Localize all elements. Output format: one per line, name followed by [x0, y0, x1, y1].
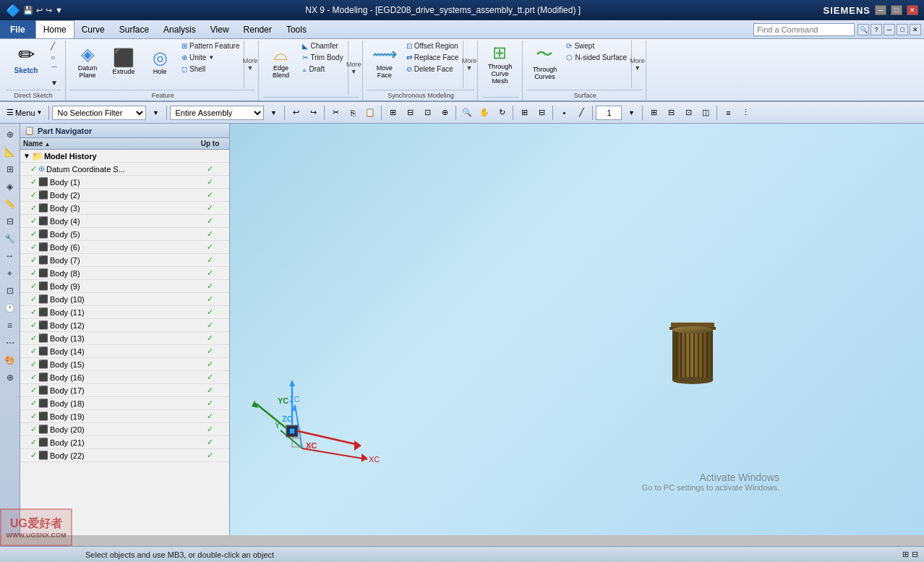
surface-more-button[interactable]: More ▼	[631, 41, 643, 88]
quick-access-undo[interactable]: ↩	[36, 6, 43, 15]
pn-row-10[interactable]: ✓ ⬛ Body (9) ✓	[20, 280, 229, 293]
layer-btn[interactable]: ≡	[720, 105, 736, 121]
zoom-btn[interactable]: 🔍	[459, 105, 475, 121]
pn-row-16[interactable]: ✓ ⬛ Body (15) ✓	[20, 358, 229, 371]
pn-row-17[interactable]: ✓ ⬛ Body (16) ✓	[20, 371, 229, 384]
n-sided-surface-button[interactable]: ⬡ N-sided Surface	[563, 52, 630, 63]
pn-row-14[interactable]: ✓ ⬛ Body (13) ✓	[20, 332, 229, 345]
pn-row-12[interactable]: ✓ ⬛ Body (11) ✓	[20, 306, 229, 319]
offset-region-button[interactable]: ⊡ Offset Region	[403, 41, 462, 51]
menu-file[interactable]: File	[0, 20, 35, 38]
sidebar-icon-11[interactable]: 🕐	[2, 300, 18, 316]
min-icon[interactable]: ─	[884, 24, 895, 35]
sidebar-icon-10[interactable]: ⊡	[2, 283, 18, 299]
pn-row-7[interactable]: ✓ ⬛ Body (6) ✓	[20, 241, 229, 254]
undo-btn[interactable]: ↩	[288, 105, 304, 121]
sidebar-icon-7[interactable]: 🔧	[2, 231, 18, 247]
quick-access-redo[interactable]: ↪	[46, 6, 52, 15]
unite-button[interactable]: ⊕ Unite ▼	[179, 52, 242, 63]
filter-dropdown-btn[interactable]: ▼	[147, 105, 163, 121]
replace-face-button[interactable]: ⇄ Replace Face	[403, 52, 462, 63]
hole-button[interactable]: ◎ Hole	[142, 41, 177, 82]
pn-row-8[interactable]: ✓ ⬛ Body (7) ✓	[20, 254, 229, 267]
close-icon[interactable]: ✕	[910, 24, 921, 35]
selection-filter-select[interactable]: No Selection Filter	[52, 106, 146, 120]
sidebar-icon-9[interactable]: ⌖	[2, 265, 18, 281]
quick-access-more[interactable]: ▼	[55, 6, 63, 14]
pn-row-15[interactable]: ✓ ⬛ Body (14) ✓	[20, 345, 229, 358]
sketch-arc-btn[interactable]: ⌒	[48, 64, 61, 77]
sketch-more-btn[interactable]: ▼	[48, 77, 61, 88]
max-icon[interactable]: □	[897, 24, 908, 35]
sidebar-icon-12[interactable]: ≡	[2, 318, 18, 333]
sidebar-icon-14[interactable]: 🎨	[2, 352, 18, 368]
close-button[interactable]: ✕	[907, 5, 918, 15]
help-icon[interactable]: ?	[870, 24, 882, 35]
pn-row-23[interactable]: ✓ ⬛ Body (22) ✓	[20, 449, 229, 462]
cut-btn[interactable]: ✂	[328, 105, 343, 121]
menu-toolbar-btn[interactable]: ☰ Menu ▼	[3, 105, 46, 121]
pn-row-13[interactable]: ✓ ⬛ Body (12) ✓	[20, 319, 229, 332]
pn-expand-icon[interactable]: ▼	[23, 152, 30, 160]
number-dropdown[interactable]: ▼	[623, 105, 639, 121]
pan-btn[interactable]: ✋	[476, 105, 492, 121]
extrude-button[interactable]: ⬛ Extrude	[106, 41, 141, 82]
assembly-dropdown-btn[interactable]: ▼	[265, 105, 281, 121]
pn-row-5[interactable]: ✓ ⬛ Body (4) ✓	[20, 215, 229, 228]
sidebar-icon-1[interactable]: ⊕	[2, 127, 18, 142]
menu-surface[interactable]: Surface	[112, 20, 156, 38]
fit-btn[interactable]: ⊞	[516, 105, 532, 121]
sidebar-icon-8[interactable]: ↔	[2, 248, 18, 264]
paste-btn[interactable]: 📋	[362, 105, 378, 121]
sidebar-icon-3[interactable]: ⊞	[2, 161, 18, 177]
snap-layer-btn[interactable]: ⋮	[737, 105, 753, 121]
deselect-btn[interactable]: ⊟	[402, 105, 418, 121]
line-btn[interactable]: ╱	[573, 105, 589, 121]
find-command-input[interactable]	[753, 23, 855, 36]
menu-render[interactable]: Render	[236, 20, 279, 38]
pn-row-19[interactable]: ✓ ⬛ Body (18) ✓	[20, 397, 229, 410]
point-btn[interactable]: •	[556, 105, 572, 121]
pn-row-9[interactable]: ✓ ⬛ Body (8) ✓	[20, 267, 229, 280]
pn-row-20[interactable]: ✓ ⬛ Body (19) ✓	[20, 410, 229, 423]
snap-btn[interactable]: ⊕	[437, 105, 453, 121]
pn-row-2[interactable]: ✓ ⬛ Body (1) ✓	[20, 176, 229, 189]
pn-row-1[interactable]: ✓ ⊕ Datum Coordinate S... ✓	[20, 163, 229, 176]
statusbar-icon-1[interactable]: ⊞	[902, 550, 909, 559]
sidebar-icon-15[interactable]: ⊕	[2, 370, 18, 386]
pn-scroll[interactable]: ▼ 📁 Model History ✓ ⊕ Datum Coordinate S…	[20, 150, 229, 535]
redo-btn[interactable]: ↪	[305, 105, 321, 121]
menu-analysis[interactable]: Analysis	[156, 20, 203, 38]
chamfer-button[interactable]: ◣ Chamfer	[299, 41, 346, 51]
sketch-circle-btn[interactable]: ○	[48, 52, 61, 63]
view-btn-4[interactable]: ◫	[698, 105, 714, 121]
view-btn-1[interactable]: ⊞	[646, 105, 662, 121]
pn-row-0[interactable]: ▼ 📁 Model History	[20, 150, 229, 163]
edge-blend-button[interactable]: ⌓ Edge Blend	[263, 41, 298, 82]
minimize-button[interactable]: ─	[875, 5, 886, 15]
pn-col-name[interactable]: Name	[23, 140, 194, 148]
pn-row-22[interactable]: ✓ ⬛ Body (21) ✓	[20, 436, 229, 449]
number-input[interactable]	[596, 106, 622, 120]
draft-button[interactable]: ⟁ Draft	[299, 64, 346, 74]
maximize-button[interactable]: □	[891, 5, 902, 15]
quick-access-save[interactable]: 💾	[23, 6, 33, 15]
through-curve-mesh-button[interactable]: ⊞ Through Curve Mesh	[482, 41, 517, 87]
copy-btn[interactable]: ⎘	[345, 105, 361, 121]
pn-row-21[interactable]: ✓ ⬛ Body (20) ✓	[20, 423, 229, 436]
filter-btn[interactable]: ⊡	[419, 105, 435, 121]
move-face-button[interactable]: ⟿ Move Face	[367, 41, 402, 82]
statusbar-icon-2[interactable]: ⊟	[912, 550, 918, 559]
edge-more-button[interactable]: More ▼	[348, 41, 359, 95]
pn-row-18[interactable]: ✓ ⬛ Body (17) ✓	[20, 384, 229, 397]
viewport-3d[interactable]: ZC XC Y YC ZC XC	[230, 124, 924, 535]
delete-face-button[interactable]: ⊘ Delete Face	[403, 64, 462, 74]
search-icon[interactable]: 🔍	[857, 24, 869, 35]
sidebar-icon-4[interactable]: ◈	[2, 179, 18, 195]
menu-view[interactable]: View	[203, 20, 236, 38]
menu-tools[interactable]: Tools	[279, 20, 314, 38]
select-all-btn[interactable]: ⊞	[385, 105, 401, 121]
unite-dropdown[interactable]: ▼	[208, 54, 214, 61]
datum-plane-button[interactable]: ◈ Datum Plane	[70, 41, 105, 82]
rotate-btn[interactable]: ↻	[494, 105, 510, 121]
